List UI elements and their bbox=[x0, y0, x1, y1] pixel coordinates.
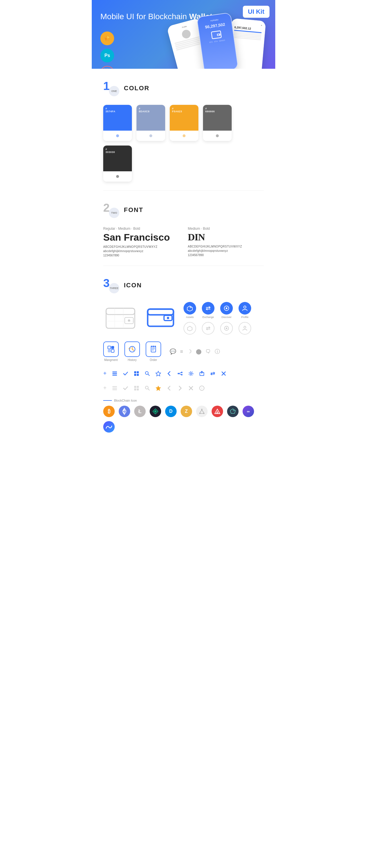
svg-line-50 bbox=[148, 374, 149, 376]
color-section-header: 1 ONE COLOR bbox=[103, 80, 264, 96]
svg-rect-18 bbox=[148, 309, 173, 315]
add-icon-gray: + bbox=[103, 385, 107, 391]
font-grid: Regular · Medium · Bold San Francisco AB… bbox=[103, 226, 264, 257]
svg-rect-65 bbox=[134, 389, 136, 391]
svg-rect-42 bbox=[112, 372, 117, 372]
ui-kit-badge: UI Kit bbox=[243, 6, 270, 18]
search-icon[interactable] bbox=[144, 371, 150, 376]
neo-icon bbox=[150, 406, 161, 417]
svg-rect-30 bbox=[108, 346, 111, 349]
back-icon[interactable] bbox=[166, 371, 172, 376]
forward-icon-gray bbox=[177, 385, 183, 391]
svg-rect-63 bbox=[134, 386, 136, 388]
close-icon-gray bbox=[188, 385, 194, 391]
svg-rect-35 bbox=[151, 346, 156, 352]
icon-section: 3 THREE ICON bbox=[92, 266, 275, 441]
export-icon[interactable] bbox=[199, 371, 205, 376]
management-icon[interactable] bbox=[103, 341, 119, 357]
sketch-badge bbox=[101, 32, 114, 45]
iota-icon bbox=[196, 406, 207, 417]
font-block-sf: Regular · Medium · Bold San Francisco AB… bbox=[103, 226, 179, 257]
hero-phones: Profile myWallet $6,297,502 BTC ETH WAVE… bbox=[166, 17, 270, 69]
icon-section-title: ICON bbox=[124, 282, 142, 289]
color-section: 1 ONE COLOR #3574FA #8DA0C8 #F5A623 #666… bbox=[92, 69, 275, 190]
swatch-dark: #303030 bbox=[103, 146, 132, 182]
font-section-title: FONT bbox=[124, 206, 143, 214]
order-icon[interactable] bbox=[146, 341, 161, 357]
grid-icon-gray bbox=[134, 385, 139, 391]
crystal-icon bbox=[227, 406, 238, 417]
settings-icon[interactable] bbox=[188, 371, 194, 376]
matic-icon: ∞ bbox=[243, 406, 254, 417]
svg-rect-17 bbox=[148, 309, 173, 326]
svg-rect-32 bbox=[108, 349, 111, 352]
ps-badge: Ps bbox=[101, 49, 114, 62]
back-icon-gray bbox=[166, 385, 172, 391]
exchange-icon-outline bbox=[202, 322, 215, 335]
svg-marker-69 bbox=[156, 386, 161, 391]
exchange-icon[interactable] bbox=[202, 302, 215, 314]
svg-point-24 bbox=[226, 307, 227, 309]
svg-line-68 bbox=[148, 389, 149, 390]
check-icon[interactable] bbox=[123, 371, 129, 376]
star-icon-orange bbox=[156, 385, 161, 391]
dash-icon: D bbox=[165, 406, 177, 417]
color-section-title: COLOR bbox=[124, 85, 149, 92]
icon-section-circle: THREE bbox=[109, 283, 119, 293]
waves-icon bbox=[103, 421, 115, 433]
swatch-gray: #666666 bbox=[203, 105, 232, 141]
hero-badges: Ps 60+ Screens bbox=[101, 32, 114, 69]
svg-rect-8 bbox=[106, 308, 135, 328]
share-icon[interactable] bbox=[177, 371, 183, 376]
discover-icon[interactable] bbox=[220, 302, 233, 314]
svg-marker-77 bbox=[122, 411, 124, 415]
color-section-circle: ONE bbox=[109, 86, 119, 96]
svg-rect-41 bbox=[155, 346, 156, 347]
profile-icon-outline bbox=[238, 322, 251, 335]
color-swatches: #3574FA #8DA0C8 #F5A623 #666666 #303030 bbox=[103, 105, 264, 182]
crypto-icons-row: ₿ Ł D Z bbox=[103, 406, 264, 433]
list-icon[interactable] bbox=[112, 371, 117, 376]
nav-icons-col: Assets Exchange bbox=[184, 302, 251, 335]
assets-icon-svg bbox=[187, 305, 193, 311]
exchange-icon-item: Exchange bbox=[202, 302, 215, 318]
swatch-blue: #3574FA bbox=[103, 105, 132, 141]
svg-rect-40 bbox=[152, 346, 154, 347]
assets-icon-outline bbox=[184, 322, 196, 335]
font-section: 2 TWO FONT Regular · Medium · Bold San F… bbox=[92, 190, 275, 266]
info-icon: ⓘ bbox=[215, 348, 220, 355]
discover-icon-svg bbox=[223, 305, 230, 311]
history-icon[interactable] bbox=[124, 341, 140, 357]
svg-rect-48 bbox=[137, 374, 139, 376]
profile-icon[interactable] bbox=[238, 302, 251, 314]
star-icon[interactable] bbox=[156, 371, 161, 376]
svg-point-25 bbox=[244, 306, 246, 308]
history-icon-item: History bbox=[124, 341, 140, 362]
misc-icons-row: 💬 ≡ ☽ ⬤ 🗨 ⓘ bbox=[170, 348, 220, 355]
wallet-outline-svg bbox=[103, 305, 138, 331]
svg-rect-39 bbox=[151, 346, 152, 347]
phone-center: myWallet $6,297,502 BTC ETH WAVES bbox=[196, 12, 238, 69]
svg-rect-31 bbox=[111, 346, 114, 349]
management-icon-item: Mangment bbox=[103, 341, 119, 362]
svg-marker-80 bbox=[154, 410, 157, 413]
profile-icon-svg bbox=[242, 305, 248, 311]
avalanche-icon bbox=[211, 406, 223, 417]
font-section-circle: TWO bbox=[109, 208, 119, 218]
assets-icon[interactable] bbox=[184, 302, 196, 314]
swap-icon[interactable] bbox=[210, 371, 216, 376]
svg-point-53 bbox=[181, 374, 182, 375]
wallet-blue-svg bbox=[146, 306, 175, 329]
svg-rect-61 bbox=[112, 388, 117, 389]
svg-rect-62 bbox=[112, 389, 117, 390]
zcash-icon: Z bbox=[181, 406, 192, 417]
add-icon[interactable]: + bbox=[103, 370, 107, 377]
svg-point-52 bbox=[181, 372, 182, 373]
search-icon-gray bbox=[144, 385, 150, 391]
svg-rect-33 bbox=[111, 349, 114, 352]
list-icon-gray bbox=[112, 385, 117, 391]
close-icon[interactable] bbox=[221, 371, 227, 376]
bitcoin-icon: ₿ bbox=[103, 406, 115, 417]
svg-line-85 bbox=[202, 410, 204, 413]
grid-icon[interactable] bbox=[134, 371, 139, 376]
